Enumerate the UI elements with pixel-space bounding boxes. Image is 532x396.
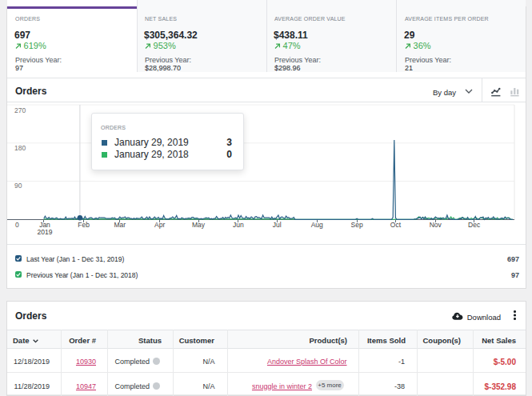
svg-text:Aug: Aug: [311, 221, 323, 229]
svg-text:180: 180: [14, 144, 26, 152]
svg-text:270: 270: [14, 106, 26, 114]
svg-text:Apr: Apr: [154, 221, 165, 229]
svg-text:Jun: Jun: [233, 221, 244, 229]
svg-text:Nov: Nov: [430, 221, 442, 229]
svg-text:Oct: Oct: [390, 221, 402, 229]
svg-text:0: 0: [15, 221, 19, 229]
svg-text:90: 90: [14, 182, 22, 190]
svg-text:2019: 2019: [38, 228, 53, 236]
svg-text:May: May: [192, 221, 206, 229]
svg-text:Jul: Jul: [273, 221, 282, 229]
svg-text:Mar: Mar: [114, 221, 126, 229]
svg-text:Dec: Dec: [468, 221, 481, 229]
svg-text:Sep: Sep: [351, 221, 363, 229]
svg-text:Feb: Feb: [78, 221, 90, 229]
